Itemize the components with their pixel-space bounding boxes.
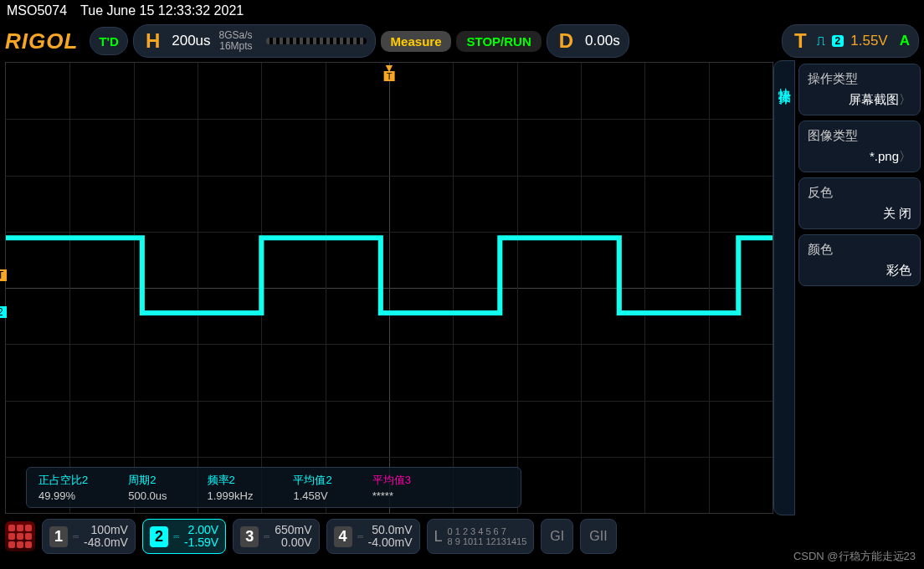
delay-value: 0.00s — [585, 33, 620, 49]
toolbar: RIGOL T'D H 200us 8GSa/s 16Mpts Measure … — [0, 22, 924, 60]
trigger-mode: A — [900, 33, 910, 49]
timebase-group[interactable]: H 200us 8GSa/s 16Mpts — [133, 24, 376, 58]
g1-box[interactable]: GI — [541, 519, 573, 554]
menu-image-type[interactable]: 图像类型 *.png〉 — [798, 120, 921, 172]
channel-2-box[interactable]: 2 ⎓ 2.00V-1.59V — [142, 519, 226, 554]
channel-3-box[interactable]: 3 ⎓ 650mV0.00V — [233, 519, 319, 554]
measurement-panel: 正占空比249.99% 周期2500.0us 频率21.999kHz 平均值21… — [26, 467, 521, 508]
d-label: D — [559, 29, 573, 53]
menu-op-type[interactable]: 操作类型 屏幕截图〉 — [798, 64, 921, 115]
trigger-level: 1.55V — [850, 33, 887, 49]
meas-duty: 正占空比249.99% — [38, 473, 88, 502]
h-label: H — [146, 29, 160, 53]
watermark: CSDN @行稳方能走远23 — [793, 549, 916, 564]
logic-channels-box[interactable]: L 0 1 2 3 4 5 6 78 9 1011 12131415 — [427, 519, 535, 554]
channel-4-box[interactable]: 4 ⎓ 50.0mV-4.00mV — [326, 519, 420, 554]
square-wave-trace — [6, 63, 773, 513]
meas-period: 周期2500.0us — [128, 473, 167, 502]
acq-info: 8GSa/s 16Mpts — [219, 30, 253, 52]
coupling-dc-icon: ⎓ — [73, 531, 79, 542]
timebase-value: 200us — [172, 33, 210, 49]
model-label: MSO5074 — [7, 3, 67, 18]
side-tab-quick[interactable]: 快捷操作 — [773, 60, 795, 515]
trigger-group[interactable]: T ⎍ 2 1.55V A — [782, 24, 919, 58]
menu-color[interactable]: 颜色 彩色 — [798, 234, 921, 286]
delay-group[interactable]: D 0.00s — [547, 24, 629, 58]
datetime-label: Tue June 15 12:33:32 2021 — [80, 3, 244, 18]
waveform-display[interactable]: ▼ T T 2 正占空比249.99% 周期2500.0us 频率21.999k… — [5, 62, 773, 514]
brand-logo: RIGOL — [5, 28, 78, 54]
chevron-right-icon: 〉 — [899, 149, 911, 163]
chevron-right-icon: 〉 — [899, 92, 911, 106]
footer-bar: 1 ⎓ 100mV-48.0mV 2 ⎓ 2.00V-1.59V 3 ⎓ 650… — [0, 515, 924, 557]
stop-run-button[interactable]: STOP/RUN — [456, 31, 541, 52]
coupling-dc-icon: ⎓ — [173, 531, 179, 542]
menu-invert[interactable]: 反色 关 闭 — [798, 177, 921, 229]
rising-edge-icon: ⎍ — [817, 33, 825, 49]
trigger-channel-badge: 2 — [832, 35, 844, 47]
meas-avg3: 平均值3***** — [372, 473, 411, 502]
g2-box[interactable]: GII — [580, 519, 616, 554]
coupling-dc-icon: ⎓ — [357, 531, 363, 542]
meas-freq: 频率21.999kHz — [208, 473, 254, 502]
run-status: T'D — [90, 27, 128, 55]
memory-bar-icon — [266, 38, 367, 44]
status-header: MSO5074 Tue June 15 12:33:32 2021 — [0, 0, 924, 22]
measure-button[interactable]: Measure — [381, 31, 452, 52]
side-panel: 快捷操作 操作类型 屏幕截图〉 图像类型 *.png〉 反色 关 闭 颜色 彩色 — [773, 60, 924, 515]
coupling-dc-icon: ⎓ — [264, 531, 270, 542]
t-label: T — [794, 29, 807, 53]
grip-icon[interactable] — [5, 521, 35, 551]
channel-1-box[interactable]: 1 ⎓ 100mV-48.0mV — [42, 519, 136, 554]
meas-avg2: 平均值21.458V — [293, 473, 331, 502]
